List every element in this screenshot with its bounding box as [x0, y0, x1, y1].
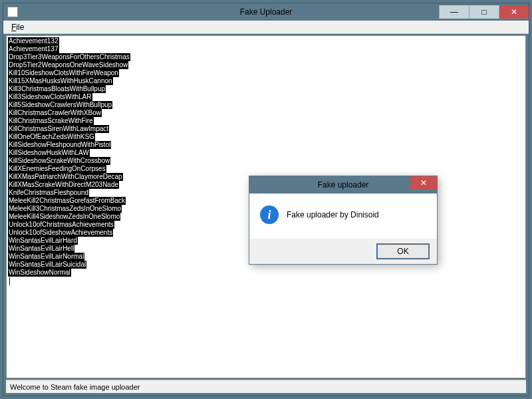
info-dialog: Fake uploader ✕ i Fake uploader by Dinis…	[249, 176, 438, 265]
achievement-item[interactable]: Kill15XMasHusksWithHuskCannon	[8, 77, 113, 85]
titlebar[interactable]: Fake Uploader — □ ✕	[3, 3, 529, 21]
close-button[interactable]: ✕	[499, 5, 529, 19]
minimize-button[interactable]: —	[439, 5, 469, 19]
achievement-item[interactable]: KillXMasScrakeWithDirectM203Nade	[8, 181, 119, 189]
window-controls: — □ ✕	[439, 5, 529, 19]
text-cursor	[9, 277, 10, 285]
maximize-button[interactable]: □	[469, 5, 499, 19]
achievement-item[interactable]: Kill10SideshowClotsWithFireWeapon	[8, 69, 119, 77]
dialog-title: Fake uploader	[249, 180, 437, 190]
achievement-item[interactable]: KillXEnemiesFeedingOnCorpses	[8, 165, 106, 173]
dialog-message: Fake uploader by Dinisoid	[287, 210, 379, 219]
achievement-item[interactable]: KillOneOfEachZedsWithKSG	[8, 133, 95, 141]
achievement-item[interactable]: Unlock10ofChristmasAchievements	[8, 221, 114, 229]
dialog-body: i Fake uploader by Dinisoid	[249, 194, 437, 239]
ok-button[interactable]: OK	[377, 244, 429, 259]
achievement-item[interactable]: KnifeChristmasFleshpound	[8, 189, 89, 197]
achievement-item[interactable]: WinSantasEvilLairNormal	[8, 253, 84, 261]
achievement-item[interactable]: WinSantasEvilLairHell	[8, 245, 74, 253]
achievement-item[interactable]: WinSantasEvilLairHard	[8, 237, 78, 245]
achievement-item[interactable]: KillChristmasSirenWithLawImpact	[8, 125, 109, 133]
menu-file-rest: ile	[16, 23, 24, 32]
info-icon: i	[260, 205, 279, 224]
achievement-item[interactable]: WinSideshowNormal	[8, 269, 71, 277]
achievement-item[interactable]: MeleeKill4SideshowZedsInOneSlomo	[8, 213, 120, 221]
achievement-item[interactable]: Unlock10ofSideshowAchievements	[8, 229, 113, 237]
menubar: File	[3, 21, 529, 34]
achievement-item[interactable]: Kill5SideshowCrawlersWithBullpup	[8, 101, 112, 109]
achievement-item[interactable]: WinSantasEvilLairSuicidal	[8, 261, 86, 269]
achievement-item[interactable]: Kill3ChristmasBloatsWithBullpup	[8, 85, 106, 93]
achievement-item[interactable]: Drop5Tier2WeaponsOneWaveSideshow	[8, 61, 128, 69]
achievement-item[interactable]: Drop3Tier3WeaponsForOthersChristmas	[8, 53, 130, 61]
achievement-item[interactable]: KillSideshowScrakeWithCrossbow	[8, 157, 110, 165]
achievement-item[interactable]: KillSideshowFleshpoundWithPistol	[8, 141, 111, 149]
achievement-item[interactable]: Kill3SideshowClotsWithLAR	[8, 93, 92, 101]
dialog-titlebar[interactable]: Fake uploader ✕	[249, 176, 437, 194]
achievement-item[interactable]: Achievement137	[8, 45, 59, 53]
status-text: Welcome to Steam fake image uploader	[10, 383, 140, 391]
achievement-item[interactable]: KillXMasPatriarchWithClaymoreDecap	[8, 173, 123, 181]
achievement-item[interactable]: KillSideshowHuskWithLAW	[8, 149, 90, 157]
app-icon	[7, 7, 18, 17]
achievement-item[interactable]: MeleeKill2ChristmasGorefastFromBack	[8, 197, 126, 205]
achievement-item[interactable]: KillChristmasCrawlerWithXBow	[8, 109, 102, 117]
achievement-item[interactable]: KillChristmasScrakeWithFire	[8, 117, 94, 125]
dialog-footer: OK	[249, 239, 437, 264]
statusbar: Welcome to Steam fake image uploader	[6, 380, 526, 393]
menu-file[interactable]: File	[6, 21, 29, 33]
achievement-item[interactable]: Achievement132	[8, 37, 59, 45]
achievement-item[interactable]: MeleeKill3ChristmasZedsInOneSlomo	[8, 205, 122, 213]
